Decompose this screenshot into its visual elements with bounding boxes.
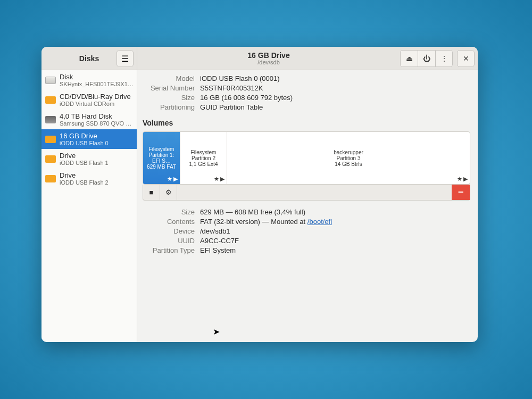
drive-menu-button[interactable]: ⋮ — [435, 50, 453, 67]
power-icon: ⏻ — [423, 54, 430, 63]
content: Model iODD USB Flash 0 (0001) Serial Num… — [137, 70, 478, 342]
eject-icon: ⏏ — [406, 54, 413, 63]
unmount-button[interactable]: ■ — [143, 185, 160, 200]
sidebar-item-label: 16 GB Drive — [60, 132, 109, 140]
volume-line-2: Partition 2 — [192, 155, 215, 161]
volume-partition-1[interactable]: Filesystem Partition 1: EFI S… 629 MB FA… — [143, 132, 180, 184]
removable-icon — [45, 173, 56, 185]
sidebar-item-label: Disk — [60, 73, 134, 81]
titlebar-right: ⏏ ⏻ ⋮ ✕ — [400, 47, 478, 70]
sidebar-item-label: CD/DVD/Blu-Ray Drive — [60, 93, 131, 101]
kebab-icon: ⋮ — [440, 54, 448, 63]
volume-partition-2[interactable]: Filesystem Partition 2 1,1 GB Ext4 ★ ▶ — [180, 132, 227, 184]
volume-badges: ★ ▶ — [457, 176, 468, 182]
detail-device-label: Device — [143, 227, 195, 235]
gear-icon: ⚙ — [165, 188, 172, 196]
sidebar-item-sublabel: iODD Virtual CDRom — [60, 101, 131, 107]
detail-contents-value: FAT (32-bit version) — Mounted at /boot/… — [200, 218, 470, 226]
removable-icon — [45, 94, 56, 106]
titlebar: Disks ☰ 16 GB Drive /dev/sdb ⏏ ⏻ ⋮ ✕ — [41, 47, 478, 70]
volume-partition-3[interactable]: backerupper Partition 3 14 GB Btrfs ★ ▶ — [227, 132, 470, 184]
drive-actions-group: ⏏ ⏻ ⋮ — [400, 50, 453, 67]
detail-contents-label: Contents — [143, 218, 195, 226]
contents-prefix: FAT (32-bit version) — Mounted at — [200, 218, 307, 226]
model-value: iODD USB Flash 0 (0001) — [200, 74, 470, 82]
sidebar-item-disk-4[interactable]: Drive iODD USB Flash 1 — [41, 149, 137, 169]
titlebar-left: Disks ☰ — [41, 47, 137, 70]
close-button[interactable]: ✕ — [457, 50, 475, 67]
close-icon: ✕ — [463, 54, 469, 63]
disks-window: Disks ☰ 16 GB Drive /dev/sdb ⏏ ⏻ ⋮ ✕ Dis… — [41, 47, 478, 342]
volume-toolbar: ■ ⚙ − — [143, 185, 470, 201]
volume-badges: ★ ▶ — [214, 176, 225, 182]
sidebar-item-disk-2[interactable]: 4,0 TB Hard Disk Samsung SSD 870 QVO 4TB — [41, 110, 137, 129]
sidebar-item-label: Drive — [60, 152, 109, 160]
sidebar-item-sublabel: SKHynix_HFS001TEJ9X164N — [60, 81, 134, 87]
removable-icon — [45, 153, 56, 165]
hdd-icon — [45, 114, 56, 126]
app-title: Disks — [79, 54, 99, 63]
volume-settings-button[interactable]: ⚙ — [160, 185, 177, 200]
detail-size-label: Size — [143, 208, 195, 216]
disk-icon — [45, 74, 56, 86]
removable-icon — [45, 134, 56, 145]
serial-label: Serial Number — [143, 84, 195, 92]
serial-value: S5STNF0R405312K — [200, 84, 470, 92]
volume-line-1: backerupper — [334, 149, 363, 155]
minus-icon: − — [458, 187, 464, 198]
sidebar-item-disk-0[interactable]: Disk SKHynix_HFS001TEJ9X164N — [41, 70, 137, 90]
partition-detail-grid: Size 629 MB — 608 MB free (3,4% full) Co… — [143, 208, 470, 254]
volumes-diagram: Filesystem Partition 1: EFI S… 629 MB FA… — [143, 131, 470, 185]
size-label: Size — [143, 94, 195, 102]
hamburger-icon: ☰ — [121, 54, 129, 64]
power-off-button[interactable]: ⏻ — [418, 50, 435, 67]
play-icon: ▶ — [220, 176, 225, 182]
drive-subtitle: /dev/sdb — [257, 59, 280, 65]
partitioning-label: Partitioning — [143, 103, 195, 111]
volume-line-3: 14 GB Btrfs — [335, 161, 362, 167]
sidebar-item-label: 4,0 TB Hard Disk — [60, 112, 134, 120]
sidebar-item-disk-5[interactable]: Drive iODD USB Flash 2 — [41, 169, 137, 188]
volume-line-2: Partition 3 — [336, 155, 360, 161]
eject-button[interactable]: ⏏ — [400, 50, 418, 67]
sidebar-item-disk-3[interactable]: 16 GB Drive iODD USB Flash 0 — [41, 129, 137, 149]
star-icon: ★ — [167, 176, 172, 182]
drive-info-grid: Model iODD USB Flash 0 (0001) Serial Num… — [143, 74, 470, 111]
detail-ptype-label: Partition Type — [143, 246, 195, 254]
mount-point-link[interactable]: /boot/efi — [307, 218, 332, 226]
sidebar: Disk SKHynix_HFS001TEJ9X164N CD/DVD/Blu-… — [41, 70, 137, 342]
volume-line-3: 1,1 GB Ext4 — [189, 161, 218, 167]
detail-size-value: 629 MB — 608 MB free (3,4% full) — [200, 208, 470, 216]
titlebar-center: 16 GB Drive /dev/sdb — [137, 47, 400, 70]
volumes-title: Volumes — [143, 119, 470, 127]
volume-line-1: Filesystem — [149, 146, 174, 152]
play-icon: ▶ — [173, 176, 178, 182]
size-value: 16 GB (16 008 609 792 bytes) — [200, 94, 470, 102]
sidebar-item-disk-1[interactable]: CD/DVD/Blu-Ray Drive iODD Virtual CDRom — [41, 90, 137, 110]
star-icon: ★ — [457, 176, 462, 182]
play-icon: ▶ — [463, 176, 468, 182]
detail-uuid-label: UUID — [143, 237, 195, 245]
stop-icon: ■ — [149, 188, 154, 196]
detail-device-value: /dev/sdb1 — [200, 227, 470, 235]
sidebar-item-label: Drive — [60, 171, 109, 179]
volume-line-1: Filesystem — [191, 149, 217, 155]
detail-ptype-value: EFI System — [200, 246, 470, 254]
hamburger-button[interactable]: ☰ — [117, 50, 134, 67]
sidebar-item-sublabel: iODD USB Flash 0 — [60, 140, 109, 146]
delete-partition-button[interactable]: − — [452, 185, 470, 200]
sidebar-item-sublabel: Samsung SSD 870 QVO 4TB — [60, 120, 134, 127]
toolbar-spacer — [177, 185, 452, 200]
model-label: Model — [143, 74, 195, 82]
volume-line-2: Partition 1: EFI S… — [145, 152, 178, 164]
partitioning-value: GUID Partition Table — [200, 103, 470, 111]
sidebar-item-sublabel: iODD USB Flash 2 — [60, 179, 109, 186]
volume-line-3: 629 MB FAT — [147, 164, 176, 170]
drive-title: 16 GB Drive — [247, 51, 289, 60]
body: Disk SKHynix_HFS001TEJ9X164N CD/DVD/Blu-… — [41, 70, 478, 342]
volume-badges: ★ ▶ — [167, 176, 178, 182]
star-icon: ★ — [214, 176, 219, 182]
sidebar-item-sublabel: iODD USB Flash 1 — [60, 160, 109, 166]
detail-uuid-value: A9CC-CC7F — [200, 237, 470, 245]
